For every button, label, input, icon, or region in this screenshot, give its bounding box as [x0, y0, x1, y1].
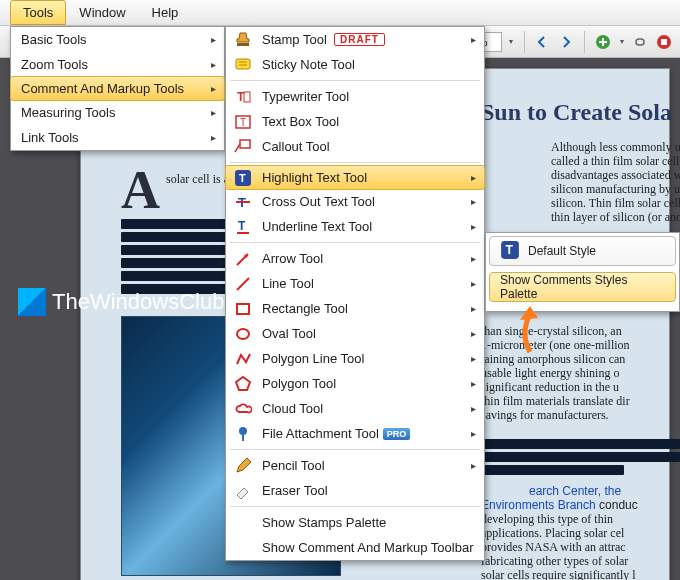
body-text: called a thin film solar cell, can c — [551, 154, 680, 168]
body-text: Although less commonly use — [551, 140, 680, 154]
add-dropdown[interactable] — [617, 31, 626, 53]
redacted-line — [481, 465, 624, 475]
menu-item-callout-tool[interactable]: Callout Tool — [226, 134, 484, 159]
redacted-line — [481, 452, 680, 462]
separator — [230, 162, 480, 163]
annotation-arrow-icon — [510, 304, 544, 358]
draft-badge: DRAFT — [334, 33, 385, 46]
menu-item-default-style[interactable]: T Default Style — [489, 236, 676, 266]
svg-rect-21 — [244, 92, 250, 102]
textbox-icon: T — [234, 113, 252, 131]
menu-item-typewriter-tool[interactable]: TTypewriter Tool — [226, 84, 484, 109]
menu-item-show-markup-toolbar[interactable]: Show Comment And Markup Toolbar — [226, 535, 484, 560]
prev-page-button[interactable] — [532, 31, 552, 53]
pro-badge: PRO — [383, 428, 411, 440]
next-page-button[interactable] — [556, 31, 576, 53]
body-text: thin film materials translate dir — [481, 394, 680, 408]
highlight-style-icon: T — [500, 240, 520, 263]
menu-item-textbox-tool[interactable]: TText Box Tool — [226, 109, 484, 134]
menu-item-comment-markup-tools[interactable]: Comment And Markup Tools▸ — [10, 76, 225, 101]
menu-item-file-attachment-tool[interactable]: File Attachment ToolPRO▸ — [226, 421, 484, 446]
menu-item-highlight-text-tool[interactable]: THighlight Text Tool▸ — [225, 165, 485, 190]
menu-item-link-tools[interactable]: Link Tools▸ — [11, 125, 224, 150]
menu-item-measuring-tools[interactable]: Measuring Tools▸ — [11, 100, 224, 125]
separator — [230, 506, 480, 507]
highlight-style-submenu: T Default Style Show Comments Styles Pal… — [485, 232, 680, 312]
add-button[interactable] — [593, 31, 613, 53]
body-text: developing this type of thin — [481, 512, 680, 526]
menu-item-zoom-tools[interactable]: Zoom Tools▸ — [11, 52, 224, 77]
rectangle-icon — [234, 300, 252, 318]
separator — [230, 449, 480, 450]
typewriter-icon: T — [234, 88, 252, 106]
body-text: solar cells require significantly l — [481, 568, 680, 580]
menu-item-basic-tools[interactable]: Basic Tools▸ — [11, 27, 224, 52]
zoom-percent-dropdown[interactable] — [506, 31, 515, 53]
line-icon — [234, 275, 252, 293]
svg-text:T: T — [506, 243, 514, 257]
sticky-note-icon — [234, 56, 252, 74]
menu-item-polygon-tool[interactable]: Polygon Tool▸ — [226, 371, 484, 396]
oval-icon — [234, 325, 252, 343]
svg-rect-15 — [661, 39, 667, 45]
menu-item-crossout-tool[interactable]: TCross Out Text Tool▸ — [226, 189, 484, 214]
separator — [230, 80, 480, 81]
svg-line-32 — [237, 278, 249, 290]
separator — [584, 31, 585, 53]
redacted-line — [481, 439, 680, 449]
menu-item-sticky-note-tool[interactable]: Sticky Note Tool — [226, 52, 484, 77]
watermark-logo-icon — [18, 288, 46, 316]
menu-item-cloud-tool[interactable]: Cloud Tool▸ — [226, 396, 484, 421]
menu-item-underline-tool[interactable]: TUnderline Text Tool▸ — [226, 214, 484, 239]
menu-help[interactable]: Help — [139, 0, 192, 25]
svg-marker-35 — [236, 377, 250, 390]
stop-button[interactable] — [654, 31, 674, 53]
body-text: silicon. Thin film solar cells are — [551, 196, 680, 210]
watermark: TheWindowsClub — [18, 288, 224, 316]
svg-text:T: T — [238, 219, 246, 233]
svg-text:T: T — [240, 117, 246, 128]
svg-rect-17 — [236, 59, 250, 69]
body-text: fabricating other types of solar — [481, 554, 680, 568]
menu-item-line-tool[interactable]: Line Tool▸ — [226, 271, 484, 296]
body-text: usable light energy shining o — [481, 366, 680, 380]
body-text: Environments Branch conduc — [481, 498, 680, 512]
watermark-text: TheWindowsClub — [52, 289, 224, 315]
body-text: provides NASA with an attrac — [481, 540, 680, 554]
article-title: Sun to Create Sola — [481, 99, 680, 126]
menu-item-pencil-tool[interactable]: Pencil Tool▸ — [226, 453, 484, 478]
stamp-icon — [234, 31, 252, 49]
callout-icon — [234, 138, 252, 156]
menu-window[interactable]: Window — [66, 0, 138, 25]
highlight-icon: T — [234, 169, 252, 187]
underline-icon: T — [234, 218, 252, 236]
arrow-icon — [234, 250, 252, 268]
menu-item-eraser-tool[interactable]: Eraser Tool — [226, 478, 484, 503]
body-text: savings for manufacturers. — [481, 408, 680, 422]
menu-tools[interactable]: Tools — [10, 0, 66, 25]
menubar: Tools Window Help — [0, 0, 680, 26]
body-text: xxxxxxxxearch Center, the — [481, 484, 680, 498]
svg-rect-16 — [237, 43, 249, 46]
svg-rect-24 — [240, 140, 250, 148]
separator — [524, 31, 525, 53]
body-text: thin layer of silicon (or another — [551, 210, 680, 224]
tools-menu: Basic Tools▸ Zoom Tools▸ Comment And Mar… — [10, 26, 225, 151]
menu-item-show-comments-styles-palette[interactable]: Show Comments Styles Palette — [489, 272, 676, 302]
polygon-icon — [234, 375, 252, 393]
separator — [230, 242, 480, 243]
menu-item-show-stamps-palette[interactable]: Show Stamps Palette — [226, 510, 484, 535]
dropcap: A — [121, 169, 160, 212]
svg-rect-37 — [242, 434, 244, 441]
body-text: applications. Placing solar cel — [481, 526, 680, 540]
menu-item-stamp-tool[interactable]: Stamp Tool DRAFT▸ — [226, 27, 484, 52]
link-tool-button[interactable] — [630, 31, 650, 53]
menu-item-rectangle-tool[interactable]: Rectangle Tool▸ — [226, 296, 484, 321]
menu-item-arrow-tool[interactable]: Arrow Tool▸ — [226, 246, 484, 271]
body-text: disadvantages associated with m — [551, 168, 680, 182]
menu-item-polyline-tool[interactable]: Polygon Line Tool▸ — [226, 346, 484, 371]
pencil-icon — [234, 457, 252, 475]
menu-item-oval-tool[interactable]: Oval Tool▸ — [226, 321, 484, 346]
svg-point-34 — [237, 329, 249, 339]
body-text: silicon manufacturing by usin — [551, 182, 680, 196]
